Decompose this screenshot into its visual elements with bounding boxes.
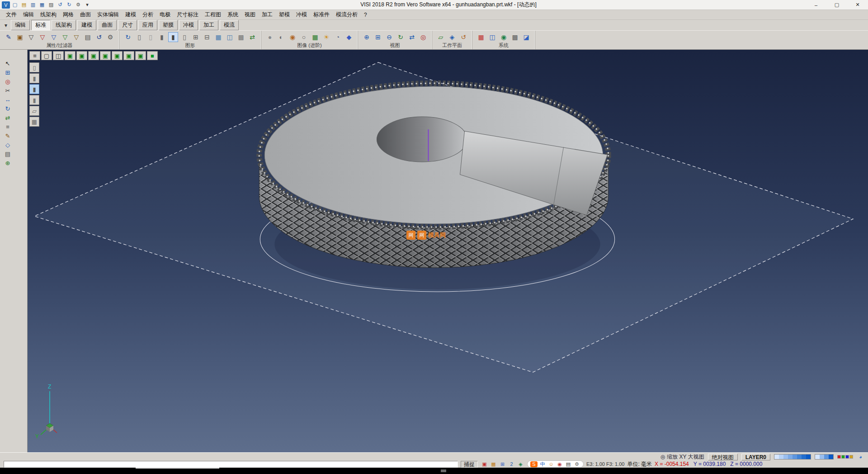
front-view-icon[interactable]: ▣	[76, 51, 87, 60]
layers-icon[interactable]: ▤	[3, 149, 13, 158]
tab-mold[interactable]: 塑膜	[159, 20, 178, 30]
save-file-icon[interactable]: ▥	[29, 1, 37, 9]
workplane-align-icon[interactable]: ◈	[447, 32, 457, 42]
tab-application[interactable]: 应用	[138, 20, 157, 30]
close-button[interactable]: ✕	[847, 0, 868, 10]
shade-solid-icon[interactable]: ▮	[168, 32, 178, 42]
menu-edit[interactable]: 编辑	[20, 10, 37, 19]
command-prompt-field[interactable]	[4, 461, 458, 468]
right-view-icon[interactable]: ▣	[100, 51, 111, 60]
material-icon[interactable]: ◆	[344, 32, 354, 42]
show-box-icon[interactable]: ⊞	[191, 32, 201, 42]
tab-wireframe[interactable]: 线架构	[52, 20, 76, 30]
bottom-view-icon[interactable]: ▣	[135, 51, 146, 60]
hide-entities-icon[interactable]: ▯	[146, 32, 156, 42]
depth-scale-bar[interactable]	[774, 454, 811, 460]
tab-surface[interactable]: 曲面	[98, 20, 117, 30]
ortho-status-icon[interactable]: ⊞	[499, 461, 506, 468]
menu-dimension[interactable]: 尺寸标注	[174, 10, 202, 19]
menu-view[interactable]: 视图	[241, 10, 259, 19]
filter-surfaces-icon[interactable]: ▽	[60, 32, 70, 42]
shaded-cube-icon[interactable]: ■	[147, 51, 158, 60]
clip-y-icon[interactable]: ▮	[29, 84, 39, 94]
3d-viewport[interactable]: Z Y ≡▢◫▣▣▣▣▣▣▣■ ▯▮▮▮▱▦ 网 网 模具网	[28, 50, 868, 452]
clip-view-icon[interactable]: ◫	[225, 32, 235, 42]
menu-help[interactable]: ?	[361, 11, 370, 19]
rotate-icon[interactable]: ↻	[3, 104, 13, 113]
menu-analysis[interactable]: 分析	[139, 10, 156, 19]
copy-attributes-icon[interactable]: ▣	[15, 32, 25, 42]
filter-curves-icon[interactable]: ▽	[49, 32, 59, 42]
entity-info-icon[interactable]: ▩	[236, 32, 246, 42]
iso-view-icon[interactable]: ▣	[65, 51, 75, 60]
menu-mold[interactable]: 塑模	[276, 10, 293, 19]
rendered-mode-icon[interactable]: ◉	[288, 32, 297, 42]
zoom-window-icon[interactable]: ⊞	[373, 32, 383, 42]
wireframe-mode-icon[interactable]: ○	[299, 32, 309, 42]
menu-electrode[interactable]: 电极	[156, 10, 174, 19]
perspective-icon[interactable]: ◪	[521, 32, 531, 42]
color-palette-icon[interactable]: ▦	[476, 32, 486, 42]
clip-box-icon[interactable]: ▦	[29, 117, 39, 127]
snap-toggle[interactable]: 捕捉	[461, 461, 478, 468]
hide-box-icon[interactable]: ⊟	[202, 32, 212, 42]
modify-attributes-icon[interactable]: ✎	[4, 32, 14, 42]
wireframe-solid-icon[interactable]: ▯	[179, 32, 189, 42]
shaded-mode-icon[interactable]: ●	[265, 32, 275, 42]
mirror-icon[interactable]: ⇄	[3, 113, 13, 122]
offset-icon[interactable]: ≡	[3, 122, 13, 131]
ime-toolbox-icon[interactable]: ⚙	[573, 461, 580, 467]
workplane-create-icon[interactable]: ▱	[436, 32, 446, 42]
view-command-chip[interactable]: ◎ 缩放 XY 大视图	[660, 453, 704, 461]
link-view-icon[interactable]: ⇄	[247, 32, 257, 42]
dynamic-view-icon[interactable]: ↻	[396, 32, 406, 42]
secondary-scale-bar[interactable]	[815, 454, 834, 460]
filter-solids-icon[interactable]: ▽	[71, 32, 81, 42]
zoom-box-icon[interactable]: ⊞	[3, 68, 13, 77]
show-entities-icon[interactable]: ▯	[134, 32, 144, 42]
tab-machining[interactable]: 加工	[199, 20, 218, 30]
filter-layers-icon[interactable]: ▤	[83, 32, 93, 42]
redo-icon[interactable]: ↻	[65, 1, 73, 9]
clip-off-icon[interactable]: ▯	[29, 62, 39, 72]
print-icon[interactable]: ▨	[47, 1, 55, 9]
ime-keyboard-icon[interactable]: ▤	[565, 461, 572, 467]
tab-dimension[interactable]: 尺寸	[118, 20, 137, 30]
filter-reset-icon[interactable]: ↺	[94, 32, 104, 42]
ime-lang-icon[interactable]: 中	[539, 461, 546, 467]
measure-icon[interactable]: ◎	[3, 77, 13, 86]
zoom-all-icon[interactable]: ⊕	[362, 32, 372, 42]
menu-die[interactable]: 冲模	[293, 10, 310, 19]
absolute-view-button[interactable]: 绝对视图	[708, 454, 738, 460]
tab-modeling[interactable]: 建模	[77, 20, 96, 30]
redraw-icon[interactable]: ↻	[123, 32, 133, 42]
open-file-icon[interactable]: ▤	[20, 1, 28, 9]
menu-drawing[interactable]: 工程图	[202, 10, 224, 19]
lock-status-icon[interactable]: ▣	[481, 461, 488, 468]
trim-icon[interactable]: ✂	[3, 86, 13, 95]
tabbar-dropdown-icon[interactable]: ▾	[2, 22, 9, 28]
grid-settings-icon[interactable]: ▩	[510, 32, 520, 42]
ime-mic-icon[interactable]: ◉	[556, 461, 563, 467]
menu-solid-edit[interactable]: 实体编辑	[94, 10, 122, 19]
app-icon[interactable]: V	[2, 1, 10, 9]
menu-file[interactable]: 文件	[3, 10, 20, 19]
sheet-view-icon[interactable]: ▢	[41, 51, 52, 60]
split-view-icon[interactable]: ◫	[53, 51, 64, 60]
undo-icon[interactable]: ↺	[56, 1, 64, 9]
qat-dropdown-icon[interactable]: ▾	[83, 1, 91, 9]
osnap-status-icon[interactable]: ◈	[517, 461, 524, 468]
filter-all-icon[interactable]: ▽	[26, 32, 36, 42]
menu-standard-parts[interactable]: 标准件	[310, 10, 333, 19]
dimension-icon[interactable]: ◇	[3, 140, 13, 149]
filter-points-icon[interactable]: ▽	[38, 32, 47, 42]
select-icon[interactable]: ↖	[3, 59, 13, 68]
tab-flow[interactable]: 模流	[220, 20, 239, 30]
menu-system[interactable]: 系统	[224, 10, 241, 19]
shaded-edges-icon[interactable]: ◐	[276, 32, 286, 42]
menu-flow-analysis[interactable]: 模流分析	[333, 10, 361, 19]
transparency-icon[interactable]: ◔	[333, 32, 343, 42]
taskbar[interactable]	[0, 468, 868, 474]
left-view-icon[interactable]: ▣	[112, 51, 123, 60]
maximize-button[interactable]: ▢	[826, 0, 847, 10]
